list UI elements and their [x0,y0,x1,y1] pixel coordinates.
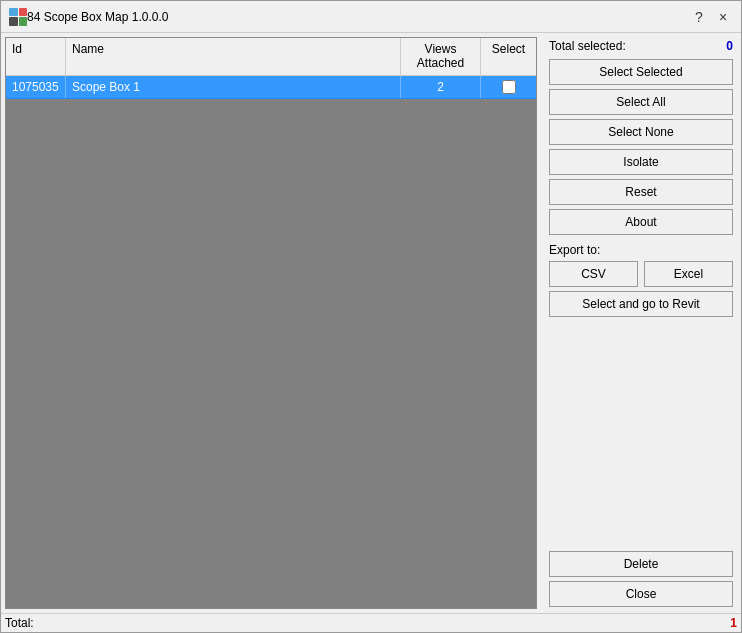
select-all-button[interactable]: Select All [549,89,733,115]
close-window-button[interactable]: × [713,7,733,27]
table-panel: Id Name ViewsAttached Select 1075035 Sco… [5,37,537,609]
table-row[interactable]: 1075035 Scope Box 1 2 [6,76,536,99]
cell-name: Scope Box 1 [66,76,401,98]
col-header-name: Name [66,38,401,75]
status-bar: Total: 1 [1,613,741,632]
title-controls: ? × [689,7,733,27]
select-selected-button[interactable]: Select Selected [549,59,733,85]
table-header: Id Name ViewsAttached Select [6,38,536,76]
window-title: 84 Scope Box Map 1.0.0.0 [27,10,689,24]
csv-button[interactable]: CSV [549,261,638,287]
app-window: 84 Scope Box Map 1.0.0.0 ? × Id Name Vie… [0,0,742,633]
close-button[interactable]: Close [549,581,733,607]
total-selected-label: Total selected: [549,39,626,53]
bottom-buttons: Delete Close [549,551,733,607]
delete-button[interactable]: Delete [549,551,733,577]
total-value: 1 [730,616,737,630]
isolate-button[interactable]: Isolate [549,149,733,175]
col-header-select: Select [481,38,536,75]
total-label: Total: [5,616,34,630]
export-row: CSV Excel [549,261,733,287]
export-label: Export to: [549,243,733,257]
right-panel: Total selected: 0 Select Selected Select… [541,33,741,613]
cell-views: 2 [401,76,481,98]
about-button[interactable]: About [549,209,733,235]
select-none-button[interactable]: Select None [549,119,733,145]
cell-select[interactable] [481,76,536,98]
title-bar: 84 Scope Box Map 1.0.0.0 ? × [1,1,741,33]
col-header-views: ViewsAttached [401,38,481,75]
table-body: 1075035 Scope Box 1 2 [6,76,536,608]
total-selected-row: Total selected: 0 [549,39,733,53]
total-selected-value: 0 [726,39,733,53]
content-area: Id Name ViewsAttached Select 1075035 Sco… [1,33,741,613]
select-revit-button[interactable]: Select and go to Revit [549,291,733,317]
col-header-id: Id [6,38,66,75]
reset-button[interactable]: Reset [549,179,733,205]
help-button[interactable]: ? [689,7,709,27]
row-checkbox[interactable] [502,80,516,94]
cell-id: 1075035 [6,76,66,98]
excel-button[interactable]: Excel [644,261,733,287]
app-icon [9,8,27,26]
